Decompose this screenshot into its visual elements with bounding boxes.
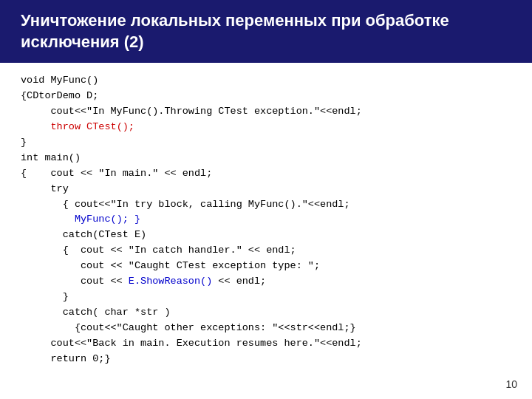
myfunc-call: MyFunc(); }	[75, 214, 140, 225]
code-line-5: }	[21, 135, 511, 151]
code-line-17: {cout<<"Caught other exceptions: "<<str<…	[21, 321, 511, 336]
code-line-13: cout << "Caught CTest exception type: ";	[21, 259, 511, 274]
showreason-call: E.ShowReason()	[129, 276, 212, 287]
code-line-10: MyFunc(); }	[21, 212, 511, 228]
code-line-14: cout << E.ShowReason() << endl;	[21, 274, 511, 290]
code-line-6: int main()	[21, 151, 511, 166]
code-line-3: cout<<"In MyFunc().Throwing CTest except…	[21, 104, 511, 120]
code-line-8: try	[21, 182, 511, 197]
code-line-4: throw CTest();	[21, 120, 511, 135]
code-line-19: return 0;}	[21, 352, 511, 367]
code-block: void MyFunc() {CDtorDemo D; cout<<"In My…	[21, 73, 511, 367]
code-line-7: { cout << "In main." << endl;	[21, 166, 511, 182]
throw-keyword: throw CTest();	[51, 121, 134, 132]
code-line-2: {CDtorDemo D;	[21, 89, 511, 104]
slide: Уничтожение локальных переменных при обр…	[0, 0, 532, 399]
slide-title: Уничтожение локальных переменных при обр…	[21, 10, 511, 52]
code-line-15: }	[21, 290, 511, 305]
code-line-12: { cout << "In catch handler." << endl;	[21, 243, 511, 259]
code-line-9: { cout<<"In try block, calling MyFunc().…	[21, 197, 511, 213]
page-number: 10	[505, 378, 517, 390]
code-line-11: catch(CTest E)	[21, 228, 511, 243]
code-line-18: cout<<"Back in main. Execution resumes h…	[21, 336, 511, 352]
code-line-1: void MyFunc()	[21, 73, 511, 89]
title-bar: Уничтожение локальных переменных при обр…	[0, 0, 532, 63]
code-line-16: catch( char *str )	[21, 305, 511, 321]
